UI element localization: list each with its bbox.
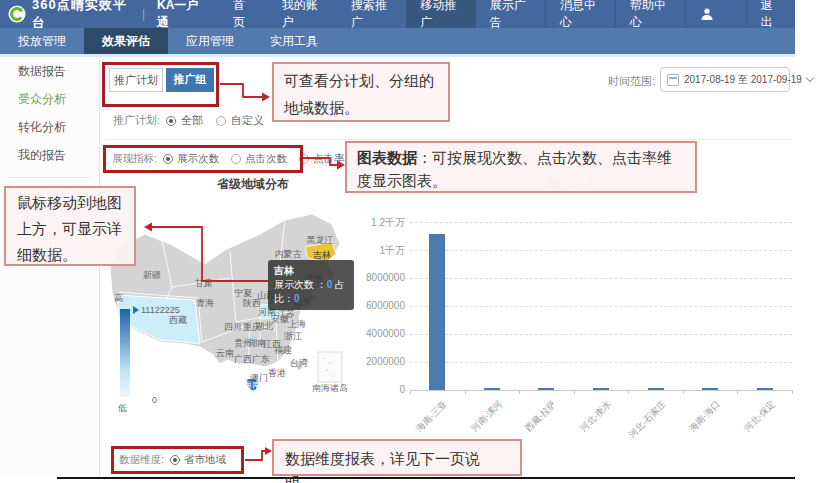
x-axis-category-label: 海南-海口 [687,398,724,435]
radio-button[interactable] [216,116,226,126]
bar-河北-衡水[interactable] [593,388,609,390]
x-axis-tick [574,390,575,394]
map-gradient-bar [120,309,130,397]
bar-河南-漯河[interactable] [484,388,500,390]
y-axis-tick-label: 1千万 [360,244,405,258]
x-axis-tick [628,390,629,394]
china-map[interactable]: 高 11122225 低 0 南海诸岛 新疆甘肃青海西藏宁夏陕西山西河南山东四川… [100,192,400,435]
y-axis-tick-label: 8000000 [360,272,405,283]
chart-gridline [410,306,792,307]
chart-note-bold: 图表数据 [357,149,417,166]
x-axis-tick [465,390,466,394]
bar-河北-石家庄[interactable] [648,388,664,390]
annotation-dimension-note: 数据维度报表，详见下一页说明。 [272,439,522,476]
province-label: 香港 [268,367,286,380]
top-nav-item[interactable]: 首页 [219,0,268,28]
sidebar-item[interactable]: 受众分析 [0,85,99,113]
user-icon [700,7,714,21]
chart-gridline [410,222,792,223]
y-axis-tick-label: 1.2千万 [360,216,405,230]
province-label: 黑龙江 [307,234,334,247]
plan-filter-label: 推广计划: [113,113,160,128]
chart-gridline [410,390,792,391]
plan-radio-group: 全部自定义 [166,113,272,128]
top-nav-menu: 首页我的账户搜索推广移动推广展示广告 [219,0,545,28]
logout-button[interactable]: 退出 [746,0,795,28]
sidebar-divider [8,177,91,178]
x-axis-tick [683,390,684,394]
brand-separator: | [142,7,145,21]
date-range-value: 2017-08-19 至 2017-09-19 [684,73,802,87]
province-label: 甘肃 [195,277,213,290]
calendar-icon [667,74,679,86]
brand-suffix: KA一户通 [157,0,205,31]
x-axis-tick [410,390,411,394]
bar-chart[interactable]: 1.2千万1千万80000006000000400000020000000海南-… [360,200,795,440]
radio-button[interactable] [166,116,176,126]
top-nav-item[interactable]: 移动推广 [406,0,475,28]
province-label: 广东 [252,353,270,366]
sub-nav-item[interactable]: 效果评估 [84,28,168,54]
user-menu[interactable] [685,0,746,28]
y-axis-tick-label: 0 [360,384,405,395]
sub-navbar: 投放管理效果评估应用管理实用工具 [0,28,795,54]
sidebar-item[interactable]: 转化分析 [0,113,99,141]
top-nav-item[interactable]: 搜索推广 [337,0,406,28]
nav-message-center[interactable]: 消息中心 [545,0,615,28]
province-label: 海南 [243,379,261,392]
plan-filter-row: 推广计划: 全部自定义 [113,113,272,128]
top-nav-item[interactable]: 我的账户 [268,0,337,28]
dimension-highlight-redbox [111,446,244,474]
province-label: 台湾 [290,357,308,370]
sidebar-item[interactable]: 我的报告 [0,141,99,169]
page-root: 360点睛实效平台 | KA一户通 首页我的账户搜索推广移动推广展示广告 消息中… [0,0,827,483]
sub-nav-item[interactable]: 应用管理 [168,28,252,54]
y-axis-tick-label: 6000000 [360,300,405,311]
y-axis-tick-label: 2000000 [360,356,405,367]
top-navbar: 360点睛实效平台 | KA一户通 首页我的账户搜索推广移动推广展示广告 消息中… [0,0,795,28]
tab-promotion-group[interactable]: 推广组 [166,68,214,92]
360-logo-icon [8,4,26,24]
radio-option-label[interactable]: 自定义 [231,113,264,128]
chevron-down-icon [806,74,814,82]
radio-option-label[interactable]: 点击率 [313,152,345,166]
map-legend-low: 低 [118,402,127,415]
province-label: 福建 [274,344,292,357]
sub-nav-item[interactable]: 实用工具 [252,28,336,54]
x-axis-tick [519,390,520,394]
chart-gridline [410,278,792,279]
x-axis-category-label: 河北-保定 [741,398,778,435]
sub-nav-item[interactable]: 投放管理 [0,28,84,54]
bar-西藏-拉萨[interactable] [538,388,554,390]
map-legend-min: 0 [152,395,157,405]
sidebar-menu: 数据报告受众分析转化分析我的报告 [0,57,99,169]
islands-label: 南海诸岛 [312,382,348,395]
chart-gridline [410,362,792,363]
annotation-chart-note: 图表数据：可按展现次数、点击次数、点击率维度显示图表。 [345,141,697,193]
x-axis-category-label: 海南-三亚 [414,398,451,435]
nav-help-center[interactable]: 帮助中心 [615,0,685,28]
islands-box [318,352,342,382]
bar-河北-保定[interactable] [757,388,773,390]
tooltip-province: 吉林 [274,264,348,278]
radio-option-label[interactable]: 全部 [181,113,203,128]
region-xizang [118,295,200,344]
bar-海南-三亚[interactable] [429,234,445,390]
top-nav-item[interactable]: 展示广告 [476,0,545,28]
x-axis-category-label: 河北-衡水 [577,398,614,435]
sidebar-item[interactable]: 数据报告 [0,57,99,85]
chart-gridline [410,334,792,335]
x-axis-tick [792,390,793,394]
bottom-border-line [57,477,795,479]
x-axis-category-label: 西藏-拉萨 [523,398,560,435]
map-tooltip: 吉林 展示次数 ：0 占比：0 [268,260,354,310]
top-nav-right: 消息中心 帮助中心 退出 [545,0,795,28]
province-label: 青海 [196,297,214,310]
subnav-accent-strip [0,54,795,57]
bar-海南-海口[interactable] [702,388,718,390]
date-range-picker[interactable]: 2017-08-19 至 2017-09-19 [660,67,790,92]
tab-promotion-plan[interactable]: 推广计划 [109,68,163,92]
section-divider [103,139,790,140]
x-axis-category-label: 河北-石家庄 [626,398,669,441]
province-label: 广西 [234,353,252,366]
